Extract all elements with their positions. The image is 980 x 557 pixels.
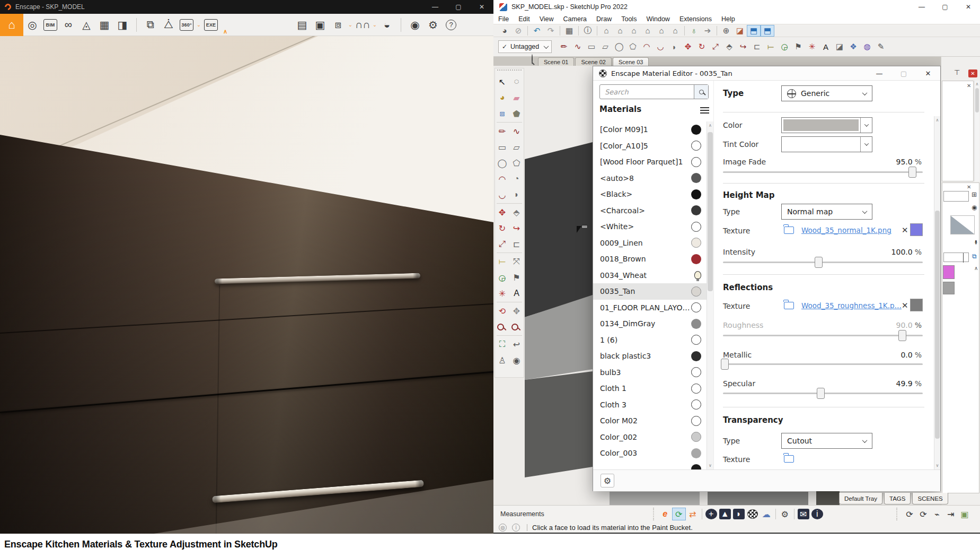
- text-tool-icon[interactable]: ⚑: [791, 41, 805, 53]
- follow-me-icon[interactable]: ↪: [509, 220, 524, 236]
- follow-me-icon[interactable]: ↪: [736, 41, 750, 53]
- material-search-input[interactable]: Search: [599, 84, 709, 99]
- scrollbar-thumb[interactable]: [708, 132, 713, 291]
- redo-icon[interactable]: ↷: [544, 25, 558, 37]
- slider-handle[interactable]: [817, 388, 825, 399]
- scale-tool-icon[interactable]: ⤢: [495, 236, 509, 252]
- line-tool-icon[interactable]: ✏: [557, 41, 571, 53]
- minimize-button[interactable]: —: [867, 66, 891, 81]
- extension-plug-icon[interactable]: ⌁: [930, 508, 944, 520]
- minimize-button[interactable]: —: [423, 0, 447, 14]
- add-location-icon[interactable]: ♁: [687, 25, 701, 37]
- section-plane-icon[interactable]: ◪: [833, 41, 846, 53]
- materials-dropdown[interactable]: [943, 253, 969, 262]
- axes-tool-icon[interactable]: ✳: [805, 41, 819, 53]
- pie-tool-icon[interactable]: ◗: [667, 41, 681, 53]
- item[interactable]: [717, 26, 717, 36]
- palette-drag-handle[interactable]: [497, 69, 522, 73]
- tape-measure-icon[interactable]: ⟝: [495, 254, 509, 269]
- rectangle-tool-icon[interactable]: ▭: [495, 139, 509, 155]
- tag-tool-icon[interactable]: ⬟: [509, 106, 524, 121]
- material-item[interactable]: [Color_A10]5: [593, 138, 707, 154]
- freehand-tool-icon[interactable]: ∿: [571, 41, 585, 53]
- screenshot-icon[interactable]: ▣: [311, 16, 329, 34]
- tape-measure-icon[interactable]: ⟝: [764, 41, 778, 53]
- site-context-icon[interactable]: ▦: [95, 16, 113, 34]
- maximize-button[interactable]: ▢: [447, 0, 470, 14]
- enscape-material-library-icon[interactable]: [746, 508, 760, 520]
- components-icon[interactable]: ❖: [846, 41, 860, 53]
- video-editor-icon[interactable]: ◨: [113, 16, 131, 34]
- render-image-icon[interactable]: ⧉: [142, 16, 160, 34]
- material-name-input[interactable]: [943, 191, 969, 202]
- metallic-slider[interactable]: [723, 363, 923, 365]
- scroll-up-icon[interactable]: ∧: [974, 265, 978, 271]
- three-point-arc-icon[interactable]: ◡: [654, 41, 667, 53]
- material-item[interactable]: <Charcoal>: [593, 203, 707, 219]
- dimensions-icon[interactable]: ✎: [874, 41, 888, 53]
- search-button[interactable]: [694, 85, 708, 99]
- position-camera-icon[interactable]: ♙: [495, 352, 509, 368]
- material-settings-button[interactable]: ⚙: [601, 474, 614, 488]
- material-item[interactable]: <Black>: [593, 186, 707, 203]
- menu-item[interactable]: Tools: [616, 15, 641, 23]
- material-item[interactable]: Color_003: [593, 445, 707, 462]
- scroll-up-icon[interactable]: ∧: [707, 123, 713, 128]
- image-fade-slider[interactable]: [723, 171, 923, 173]
- issue-pin-icon[interactable]: ◎: [23, 16, 41, 34]
- menu-item[interactable]: Edit: [514, 15, 535, 23]
- circle-tool-icon[interactable]: ◯: [495, 155, 509, 171]
- help-info-icon[interactable]: i: [512, 524, 520, 532]
- eraser-tool-icon[interactable]: ▰: [509, 90, 524, 106]
- material-item[interactable]: Cloth 1: [593, 380, 707, 397]
- color-dropdown-button[interactable]: [860, 118, 872, 133]
- refresh-scenes-icon[interactable]: ⟳: [903, 508, 916, 520]
- zoom-extents-icon[interactable]: ⛶: [495, 336, 509, 352]
- home-button[interactable]: ⌂: [0, 14, 23, 36]
- open-texture-folder-icon[interactable]: [784, 302, 794, 309]
- dimension-tool-icon[interactable]: ⤧: [509, 254, 524, 269]
- search-scenes-icon[interactable]: [532, 55, 533, 64]
- axes-tool-icon[interactable]: ✳: [495, 285, 509, 301]
- normal-map-swatch[interactable]: [910, 223, 923, 236]
- properties-scrollbar[interactable]: ∧ ∨: [934, 116, 940, 469]
- camera-sync-icon[interactable]: ⊕: [719, 25, 733, 37]
- panorama-dropdown-icon[interactable]: ⌄: [196, 16, 202, 34]
- tray-scrollbar[interactable]: ∧: [974, 81, 979, 181]
- scale-tool-icon[interactable]: ⤢: [709, 41, 722, 53]
- albedo-color-picker[interactable]: [781, 117, 872, 133]
- intensity-slider[interactable]: [723, 262, 923, 263]
- slider-handle[interactable]: [898, 330, 906, 341]
- tray-close-button[interactable]: ✕: [968, 69, 977, 77]
- eyedropper-icon[interactable]: ✒: [972, 240, 979, 245]
- tray-pin-icon[interactable]: ⊤: [954, 68, 960, 76]
- sample-paint-icon[interactable]: ◉: [972, 204, 977, 211]
- view-iso-icon[interactable]: ⌂: [599, 25, 613, 37]
- item[interactable]: [597, 26, 597, 36]
- material-item[interactable]: 0009_Linen: [593, 235, 707, 251]
- pan-tool-icon[interactable]: ✥: [509, 303, 524, 319]
- material-swatch-gray[interactable]: [943, 282, 955, 294]
- cancel-icon[interactable]: ⊘: [511, 25, 525, 37]
- scroll-down-icon[interactable]: ∨: [707, 463, 713, 468]
- item[interactable]: [578, 26, 579, 36]
- view-top-icon[interactable]: ⌂: [613, 25, 627, 37]
- material-item[interactable]: 0134_DimGray: [593, 316, 707, 332]
- slider-handle[interactable]: [721, 359, 729, 370]
- specular-slider[interactable]: [723, 393, 923, 394]
- enscape-live-view-icon[interactable]: ⬒: [747, 25, 761, 37]
- mini-map-icon[interactable]: ▤: [293, 16, 311, 34]
- paste-icon[interactable]: ▣: [958, 508, 972, 520]
- push-pull-icon[interactable]: ⬘: [722, 41, 736, 53]
- roughness-slider[interactable]: [723, 335, 923, 336]
- material-preview[interactable]: [950, 215, 975, 234]
- enscape-start-icon[interactable]: e: [658, 508, 672, 520]
- menu-item[interactable]: Help: [717, 15, 740, 23]
- panorama-export-icon[interactable]: 360°: [180, 19, 193, 31]
- arc-tool-icon[interactable]: ◠: [640, 41, 654, 53]
- item[interactable]: [527, 26, 528, 36]
- three-point-arc-icon[interactable]: ◡: [495, 187, 509, 203]
- material-item[interactable]: 01_FLOOR PLAN_LAYO…: [593, 300, 707, 316]
- undo-icon[interactable]: ↶: [530, 25, 544, 37]
- close-button[interactable]: ✕: [916, 66, 940, 81]
